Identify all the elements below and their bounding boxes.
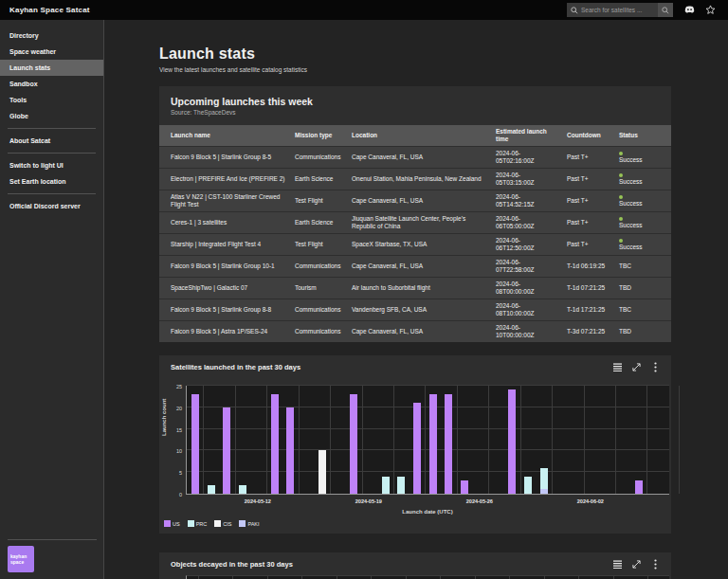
y-tick-label: 25 bbox=[169, 384, 182, 389]
star-icon[interactable] bbox=[700, 3, 720, 18]
overflow-menu-icon[interactable] bbox=[649, 558, 662, 570]
upcoming-launches-title: Upcoming launches this week bbox=[171, 96, 660, 107]
cell-mission-type: Test Flight bbox=[295, 238, 352, 251]
success-dot bbox=[619, 217, 623, 221]
cell-location: Air launch to Suborbital flight bbox=[352, 281, 496, 295]
gridline-vertical bbox=[552, 386, 553, 494]
gridline-vertical bbox=[615, 386, 616, 494]
objects-decayed-title: Objects decayed in the past 30 days bbox=[171, 560, 293, 569]
column-header-mission-type: Mission type bbox=[295, 129, 352, 142]
cell-status: TBD bbox=[619, 325, 671, 338]
sidebar-item-set-earth-location[interactable]: Set Earth location bbox=[0, 173, 103, 190]
sidebar: Directory Space weather Launch stats San… bbox=[0, 20, 104, 579]
sidebar-item-sandbox[interactable]: Sandbox bbox=[0, 76, 103, 92]
cell-countdown: Past T+ bbox=[567, 216, 619, 229]
data-table-icon[interactable] bbox=[611, 558, 624, 570]
objects-decayed-panel: Objects decayed in the past 30 days bbox=[159, 552, 671, 579]
legend-item-paki[interactable]: PAKI bbox=[239, 520, 259, 527]
legend-label: US bbox=[173, 521, 180, 527]
chart-bar-prc bbox=[397, 477, 405, 494]
discord-icon[interactable] bbox=[679, 3, 700, 18]
chart-bar-us bbox=[271, 394, 279, 494]
cell-status: Success bbox=[619, 214, 671, 232]
chart-bar-us bbox=[429, 394, 437, 494]
status-badge: TBD bbox=[619, 328, 665, 335]
status-badge: Success bbox=[619, 200, 665, 208]
overflow-menu-icon[interactable] bbox=[649, 361, 662, 373]
x-tick-label: 2024-06-02 bbox=[562, 498, 619, 504]
gridline-horizontal bbox=[187, 407, 669, 407]
gridline-vertical bbox=[362, 386, 363, 494]
cell-launch-name: Falcon 9 Block 5 | Starlink Group 10-1 bbox=[159, 260, 295, 273]
search-icon bbox=[662, 7, 669, 14]
success-dot bbox=[619, 239, 623, 243]
y-axis-label: Launch count bbox=[161, 399, 167, 436]
chart-bar-cis bbox=[318, 450, 326, 494]
sidebar-item-switch-light-ui[interactable]: Switch to light UI bbox=[0, 157, 103, 173]
cell-mission-type: Tourism bbox=[295, 281, 352, 295]
cell-countdown: T-1d 17:21:25 bbox=[567, 303, 619, 317]
cell-mission-type: Earth Science bbox=[295, 216, 352, 229]
gridline-vertical bbox=[266, 386, 267, 494]
search-button[interactable] bbox=[658, 3, 673, 17]
legend-swatch bbox=[164, 520, 171, 527]
cell-countdown: T-3d 07:21:25 bbox=[567, 325, 619, 338]
search-icon bbox=[571, 7, 578, 14]
expand-icon[interactable] bbox=[630, 558, 643, 570]
gridline-horizontal bbox=[187, 428, 669, 429]
expand-icon[interactable] bbox=[630, 361, 643, 373]
cell-countdown: Past T+ bbox=[567, 151, 619, 164]
x-axis-label: Launch date (UTC) bbox=[186, 509, 669, 515]
chart-bar-paki bbox=[540, 489, 548, 494]
gridline-vertical bbox=[646, 386, 647, 494]
sidebar-divider bbox=[8, 539, 97, 540]
upcoming-launches-source: Source: TheSpaceDevs bbox=[171, 109, 660, 116]
cell-location: SpaceX Starbase, TX, USA bbox=[352, 238, 496, 251]
table-row: Falcon 9 Block 5 | Starlink Group 8-8Com… bbox=[159, 299, 671, 320]
gridline-vertical bbox=[235, 386, 236, 494]
gridline-vertical bbox=[679, 386, 680, 494]
cell-estimated-launch-time: 2024-06-05T02:16:00Z bbox=[496, 147, 555, 168]
status-badge: Success bbox=[619, 178, 665, 186]
kayhan-space-logo[interactable]: kayhan space bbox=[8, 546, 34, 572]
sidebar-item-space-weather[interactable]: Space weather bbox=[0, 44, 103, 60]
legend-item-us[interactable]: US bbox=[164, 520, 180, 527]
cell-mission-type: Communications bbox=[295, 303, 352, 317]
legend-swatch bbox=[239, 520, 246, 527]
legend-label: PRC bbox=[196, 521, 208, 527]
sidebar-item-launch-stats[interactable]: Launch stats bbox=[0, 60, 103, 76]
data-table-icon[interactable] bbox=[611, 361, 624, 373]
legend-label: CIS bbox=[223, 521, 231, 527]
cell-location: Onenui Station, Mahia Peninsula, New Zea… bbox=[352, 172, 496, 186]
cell-mission-type: Communications bbox=[295, 151, 352, 164]
sidebar-item-directory[interactable]: Directory bbox=[0, 27, 103, 44]
cell-countdown: T-1d 07:21:25 bbox=[567, 281, 619, 295]
cell-mission-type: Earth Science bbox=[295, 172, 352, 186]
search-input[interactable] bbox=[581, 7, 657, 13]
chart-bar-prc bbox=[540, 468, 548, 490]
cell-location: Cape Canaveral, FL, USA bbox=[352, 194, 496, 208]
success-dot bbox=[619, 195, 623, 199]
chart-bar-us bbox=[635, 480, 643, 494]
main-content: Launch stats View the latest launches an… bbox=[104, 20, 728, 579]
gridline-horizontal bbox=[187, 471, 669, 472]
column-header-location: Location bbox=[352, 129, 496, 142]
table-row: SpaceShipTwo | Galactic 07TourismAir lau… bbox=[159, 277, 671, 299]
sidebar-item-tools[interactable]: Tools bbox=[0, 92, 103, 108]
top-bar: Kayhan Space Satcat bbox=[0, 0, 728, 20]
cell-estimated-launch-time: 2024-06-06T12:50:00Z bbox=[496, 234, 555, 255]
cell-estimated-launch-time: 2024-06-10T00:00:00Z bbox=[496, 321, 555, 342]
upcoming-launches-panel: Upcoming launches this week Source: TheS… bbox=[159, 86, 671, 342]
y-tick-label: 0 bbox=[169, 492, 182, 498]
y-tick-label: 10 bbox=[169, 448, 182, 454]
cell-status: Success bbox=[619, 192, 671, 210]
chart-bar-us bbox=[508, 389, 516, 494]
legend-item-prc[interactable]: PRC bbox=[188, 520, 208, 527]
sidebar-item-globe[interactable]: Globe bbox=[0, 108, 103, 124]
cell-status: TBC bbox=[619, 303, 671, 317]
legend-item-cis[interactable]: CIS bbox=[214, 520, 231, 527]
x-tick-label: 2024-05-12 bbox=[229, 498, 286, 504]
sidebar-item-about-satcat[interactable]: About Satcat bbox=[0, 133, 103, 149]
sidebar-item-official-discord[interactable]: Official Discord server bbox=[0, 198, 103, 214]
success-dot bbox=[619, 173, 623, 177]
